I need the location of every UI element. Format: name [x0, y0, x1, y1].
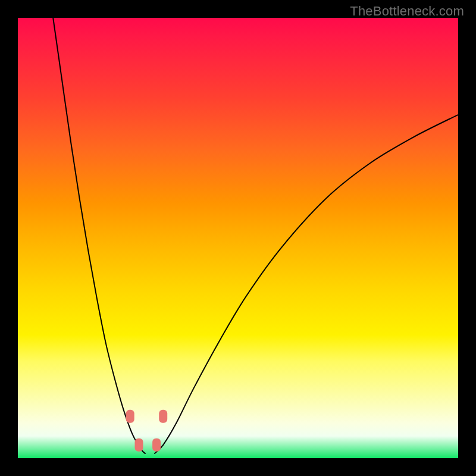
plot-area	[18, 18, 458, 458]
markers-group	[126, 410, 168, 452]
curve-left-branch	[53, 18, 145, 454]
data-marker	[126, 410, 134, 423]
data-marker	[135, 439, 143, 452]
data-marker	[159, 410, 167, 423]
watermark-text: TheBottleneck.com	[350, 4, 464, 19]
curve-right-branch	[154, 115, 458, 454]
chart-frame: TheBottleneck.com	[0, 0, 476, 476]
data-marker	[152, 439, 161, 452]
curves-svg	[18, 18, 458, 458]
